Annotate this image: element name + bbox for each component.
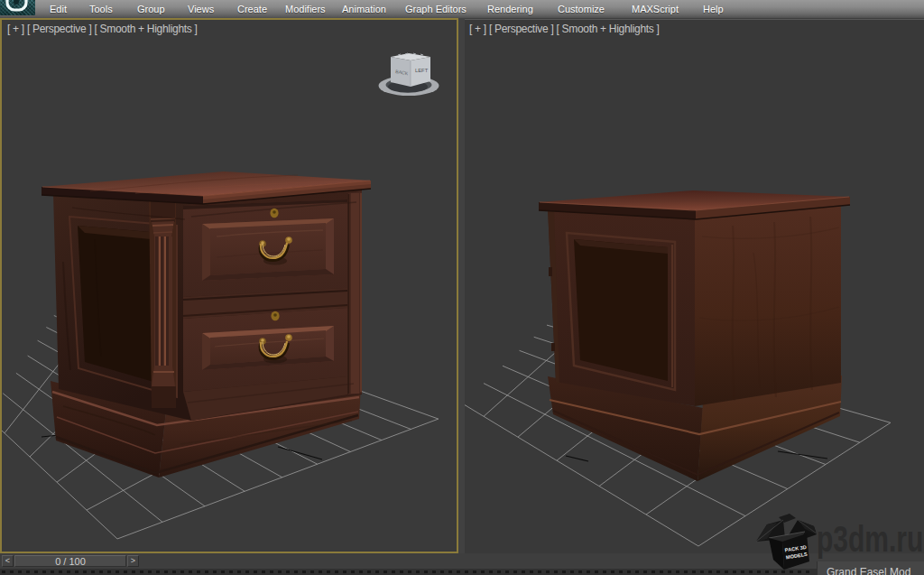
svg-text:p3dm.ru: p3dm.ru xyxy=(817,519,923,559)
svg-text:LEFT: LEFT xyxy=(415,68,429,73)
